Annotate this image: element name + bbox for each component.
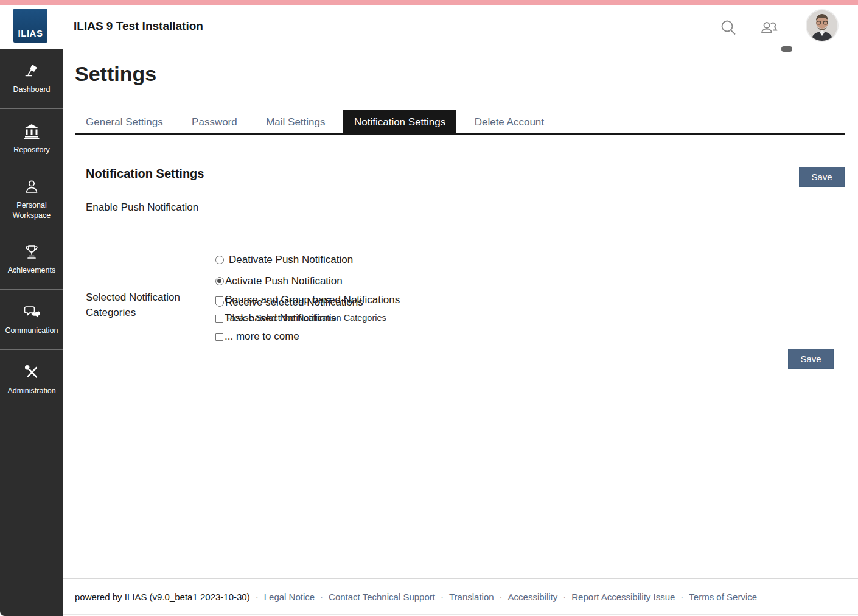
sidebar-item-label: Dashboard [13,85,50,95]
main-sidebar: Dashboard Repository Personal Workspace [0,49,63,616]
sidebar-item-label: Administration [7,386,55,396]
checkbox-option-task-based[interactable]: Task based Notifications [215,312,336,324]
main-content: Settings General Settings Password Mail … [63,51,858,616]
footer-link-translation[interactable]: Translation [449,592,494,602]
radio-button[interactable] [215,256,224,264]
save-button-top[interactable]: Save [799,167,845,187]
radio-label: Deativate Push Notification [229,254,353,266]
tab-mail-settings[interactable]: Mail Settings [255,110,336,135]
footer-separator: · [563,592,566,602]
radio-option-deactivate-push[interactable]: Deativate Push Notification [215,254,353,266]
sidebar-item-personal-workspace[interactable]: Personal Workspace [0,169,63,229]
powered-by-text: powered by ILIAS (v9.0_beta1 2023-10-30) [75,592,250,602]
enable-push-label: Enable Push Notification [86,200,208,215]
desk-lamp-icon [23,62,41,80]
sidebar-item-label: Communication [5,326,58,336]
checkbox-option-more-to-come[interactable]: ... more to come [215,331,299,343]
installation-title: ILIAS 9 Test Installation [74,19,203,33]
footer-link-legal-notice[interactable]: Legal Notice [264,592,315,602]
checkbox[interactable] [215,296,223,304]
sidebar-item-achievements[interactable]: Achievements [0,229,63,290]
sidebar-item-administration[interactable]: Administration [0,350,63,410]
tab-general-settings[interactable]: General Settings [75,110,174,135]
scroll-indicator-remnant [781,46,792,52]
footer-separator: · [256,592,259,602]
footer-separator: · [441,592,444,602]
sidebar-item-repository[interactable]: Repository [0,109,63,169]
crossed-tools-icon [23,363,41,382]
checkbox[interactable] [215,333,223,341]
footer-separator: · [320,592,323,602]
trophy-icon [23,243,41,261]
footer-link-terms-of-service[interactable]: Terms of Service [689,592,757,602]
settings-tab-bar: General Settings Password Mail Settings … [75,110,845,135]
ilias-logo[interactable]: ILIAS [13,9,47,43]
user-avatar[interactable] [806,9,839,42]
radio-label: Activate Push Notification [225,275,343,287]
who-is-online-icon[interactable] [758,17,780,39]
top-accent-bar [0,0,858,5]
person-icon [23,178,41,196]
page-title: Settings [75,62,156,86]
bank-icon [23,122,41,141]
footer-separator: · [500,592,503,602]
speech-bubbles-icon [23,303,41,321]
tab-delete-account[interactable]: Delete Account [464,110,555,135]
sidebar-item-label: Achievements [8,265,56,276]
footer-link-accessibility[interactable]: Accessibility [508,592,558,602]
tab-notification-settings[interactable]: Notification Settings [343,110,456,135]
checkbox[interactable] [215,315,223,323]
checkbox-label: Course and Group based Notifications [225,294,400,306]
sidebar-item-dashboard[interactable]: Dashboard [0,49,63,109]
sidebar-item-communication[interactable]: Communication [0,290,63,350]
checkbox-option-course-group[interactable]: Course and Group based Notifications [215,294,400,306]
radio-option-activate-push[interactable]: Activate Push Notification [215,275,343,287]
sidebar-item-label: Personal Workspace [1,200,62,221]
radio-button-checked[interactable] [215,277,224,285]
footer-link-contact-support[interactable]: Contact Technical Support [329,592,435,602]
page-footer: powered by ILIAS (v9.0_beta1 2023-10-30)… [63,578,858,615]
search-icon[interactable] [717,17,739,39]
footer-link-report-accessibility[interactable]: Report Accessibility Issue [571,592,675,602]
main-header: ILIAS ILIAS 9 Test Installation [0,5,858,51]
ilias-logo-text: ILIAS [18,28,43,38]
footer-separator: · [680,592,683,602]
form-section-title: Notification Settings [86,167,204,181]
tab-password[interactable]: Password [181,110,248,135]
save-button-bottom[interactable]: Save [788,349,834,369]
checkbox-label: Task based Notifications [225,312,336,324]
checkbox-label: ... more to come [225,331,299,343]
selected-categories-label: Selected Notification Categories [86,290,208,320]
sidebar-item-label: Repository [13,145,50,155]
